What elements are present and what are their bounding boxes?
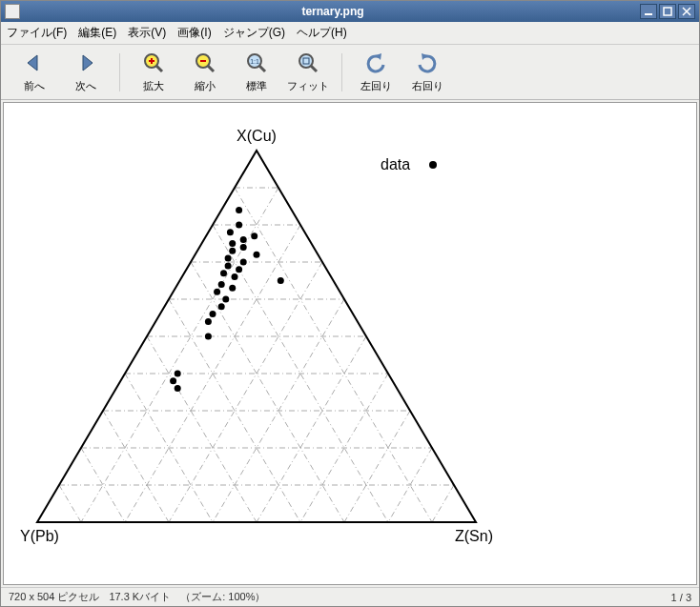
status-bar: 720 x 504 ピクセル 17.3 Kバイト （ズーム: 100%） 1 /… — [1, 587, 699, 606]
zoom-fit-icon — [296, 51, 320, 75]
maximize-button[interactable] — [659, 4, 676, 19]
data-point — [175, 371, 181, 377]
svg-line-34 — [432, 485, 454, 522]
prev-button[interactable]: 前へ — [9, 49, 60, 95]
legend: data — [381, 156, 437, 172]
data-point — [236, 207, 242, 213]
menu-image[interactable]: 画像(I) — [177, 25, 211, 41]
zoom-out-icon — [193, 51, 217, 75]
toolbar-separator — [341, 53, 342, 91]
rotate-left-icon — [363, 51, 388, 75]
menu-file[interactable]: ファイル(F) — [7, 25, 67, 41]
minimize-button[interactable] — [640, 4, 657, 19]
data-point — [240, 259, 247, 266]
status-filesize: 17.3 Kバイト — [109, 590, 171, 604]
data-point — [218, 281, 225, 288]
toolbar: 前へ 次へ 拡大 縮小 1:1 標準 — [1, 45, 699, 100]
data-point — [278, 277, 284, 284]
close-icon — [682, 7, 691, 16]
data-point — [227, 229, 234, 235]
legend-label: data — [381, 156, 410, 172]
data-point — [229, 285, 236, 292]
window-titlebar: ternary.png — [1, 1, 699, 22]
legend-marker-icon — [429, 161, 437, 169]
vertex-top-label: X(Cu) — [237, 128, 277, 144]
svg-line-27 — [103, 411, 169, 522]
window-controls — [640, 4, 695, 19]
rotate-right-button[interactable]: 右回り — [401, 49, 453, 95]
arrow-right-icon — [73, 51, 98, 75]
image-viewport[interactable]: X(Cu) Y(Pb) Z(Sn) data — [3, 102, 697, 585]
data-point — [205, 318, 212, 325]
rotate-right-label: 右回り — [412, 79, 443, 93]
maximize-icon — [663, 7, 672, 16]
menu-help[interactable]: ヘルプ(H) — [297, 25, 347, 41]
svg-rect-1 — [664, 8, 671, 15]
zoom-normal-label: 標準 — [246, 79, 267, 93]
svg-line-15 — [191, 262, 344, 522]
status-dimensions: 720 x 504 ピクセル — [9, 590, 99, 604]
data-point — [218, 303, 225, 310]
zoom-in-label: 拡大 — [143, 79, 164, 93]
data-point — [205, 334, 212, 340]
zoom-in-icon — [141, 51, 166, 75]
menu-edit[interactable]: 編集(E) — [78, 25, 116, 41]
data-point — [225, 262, 232, 269]
zoom-fit-button[interactable]: フィット — [282, 49, 334, 95]
svg-line-10 — [81, 188, 278, 522]
prev-label: 前へ — [24, 79, 45, 93]
data-point — [210, 311, 216, 317]
close-button[interactable] — [678, 4, 695, 19]
status-position: 1 / 3 — [671, 592, 691, 603]
rotate-right-icon — [415, 51, 440, 75]
rotate-left-button[interactable]: 左回り — [350, 49, 401, 95]
data-point — [229, 248, 236, 254]
zoom-in-button[interactable]: 拡大 — [128, 49, 179, 95]
data-point — [236, 222, 242, 229]
next-button[interactable]: 次へ — [60, 49, 112, 95]
svg-line-22 — [257, 336, 366, 522]
data-point — [236, 266, 242, 273]
svg-text:1:1: 1:1 — [250, 58, 259, 65]
svg-rect-0 — [645, 13, 652, 15]
svg-point-6 — [299, 54, 313, 68]
data-point — [232, 273, 238, 280]
svg-line-16 — [169, 262, 322, 522]
rotate-left-label: 左回り — [360, 79, 392, 93]
data-point — [229, 240, 236, 247]
data-point — [175, 385, 181, 392]
data-point — [225, 255, 232, 262]
svg-marker-35 — [37, 151, 476, 522]
window-title: ternary.png — [26, 5, 640, 18]
data-point — [240, 244, 247, 251]
vertex-left-label: Y(Pb) — [20, 528, 59, 544]
menu-bar: ファイル(F) 編集(E) 表示(V) 画像(I) ジャンプ(G) ヘルプ(H) — [1, 22, 699, 45]
arrow-left-icon — [22, 51, 47, 75]
zoom-fit-label: フィット — [287, 79, 329, 93]
data-point — [170, 377, 176, 384]
zoom-normal-button[interactable]: 1:1 標準 — [231, 49, 282, 95]
toolbar-separator — [119, 53, 120, 91]
data-point — [220, 270, 227, 276]
menu-view[interactable]: 表示(V) — [128, 25, 166, 41]
data-point — [214, 289, 220, 295]
minimize-icon — [644, 7, 653, 16]
data-point — [251, 233, 257, 239]
data-point — [222, 296, 229, 303]
zoom-normal-icon: 1:1 — [244, 51, 269, 75]
data-point — [254, 252, 260, 258]
next-label: 次へ — [75, 79, 96, 93]
ternary-plot: X(Cu) Y(Pb) Z(Sn) data — [4, 103, 690, 583]
app-icon — [5, 4, 20, 19]
svg-line-9 — [235, 188, 432, 522]
zoom-out-button[interactable]: 縮小 — [179, 49, 231, 95]
svg-line-33 — [59, 485, 81, 522]
svg-line-28 — [344, 411, 410, 522]
data-point — [240, 236, 247, 243]
svg-line-21 — [147, 336, 257, 522]
vertex-right-label: Z(Sn) — [455, 528, 493, 544]
zoom-out-label: 縮小 — [195, 79, 216, 93]
status-zoom: （ズーム: 100%） — [180, 590, 265, 604]
menu-jump[interactable]: ジャンプ(G) — [223, 25, 285, 41]
